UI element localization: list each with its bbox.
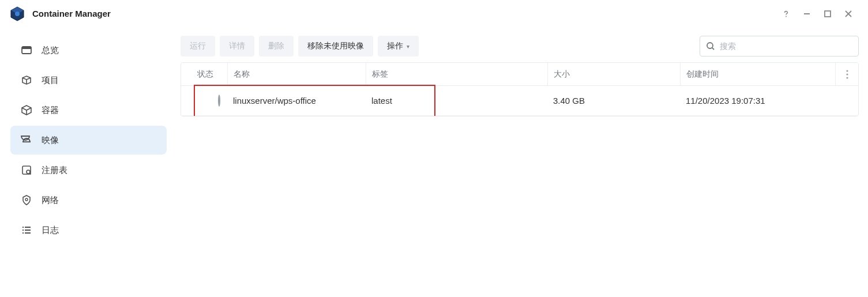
svg-rect-5 [825, 11, 831, 17]
table-row[interactable]: linuxserver/wps-office latest 3.40 GB 11… [181, 86, 858, 116]
svg-point-21 [707, 43, 713, 48]
col-header-created[interactable]: 创建时间 [680, 63, 835, 85]
remove-unused-button[interactable]: 移除未使用映像 [298, 36, 373, 57]
search-input[interactable] [720, 42, 852, 51]
app-title: Container Manager [32, 9, 111, 18]
sidebar-item-label: 网络 [42, 195, 59, 206]
kebab-icon [846, 70, 848, 79]
sidebar-item-project[interactable]: 项目 [10, 66, 167, 95]
search-icon [706, 42, 715, 51]
help-button[interactable] [776, 3, 796, 24]
sidebar-item-label: 容器 [42, 105, 59, 116]
sidebar-item-label: 日志 [42, 225, 59, 236]
sidebar-item-label: 映像 [42, 135, 59, 146]
maximize-icon [824, 10, 832, 18]
minimize-icon [803, 10, 811, 18]
svg-point-25 [846, 77, 848, 78]
cell-status [181, 96, 227, 106]
sidebar-item-overview[interactable]: 总览 [10, 36, 167, 65]
col-header-status[interactable]: 状态 [181, 63, 227, 85]
svg-point-24 [846, 73, 848, 75]
sidebar: 总览 项目 容器 映像 注册表 [0, 28, 176, 297]
sidebar-item-log[interactable]: 日志 [10, 216, 167, 245]
help-icon [781, 9, 791, 18]
minimize-button[interactable] [796, 3, 817, 24]
content: 运行 详情 删除 移除未使用映像 操作 ▾ 状态 名称 标签 大小 [176, 28, 868, 297]
log-icon [20, 223, 33, 237]
close-icon [844, 10, 852, 18]
svg-point-3 [786, 16, 787, 17]
project-icon [20, 73, 33, 87]
svg-point-23 [846, 70, 848, 72]
sidebar-item-registry[interactable]: 注册表 [10, 156, 167, 185]
svg-point-14 [25, 198, 28, 201]
search-box[interactable] [700, 36, 859, 57]
toolbar: 运行 详情 删除 移除未使用映像 操作 ▾ [181, 36, 859, 57]
col-header-size[interactable]: 大小 [547, 63, 680, 85]
network-icon [20, 193, 33, 207]
action-dropdown[interactable]: 操作 ▾ [378, 36, 419, 57]
sidebar-item-label: 注册表 [42, 165, 67, 176]
svg-line-22 [712, 48, 714, 50]
app-icon [9, 6, 25, 22]
status-stopped-icon [218, 95, 220, 107]
detail-button[interactable]: 详情 [220, 36, 254, 57]
registry-icon [20, 163, 33, 177]
maximize-button[interactable] [817, 3, 838, 24]
col-header-name[interactable]: 名称 [227, 63, 366, 85]
titlebar: Container Manager [0, 0, 868, 28]
sidebar-item-label: 项目 [42, 75, 59, 86]
col-header-tag[interactable]: 标签 [366, 63, 547, 85]
image-table: 状态 名称 标签 大小 创建时间 linuxserver/wps-office … [181, 62, 859, 116]
sidebar-item-image[interactable]: 映像 [10, 126, 167, 155]
cell-tag: latest [366, 96, 547, 106]
table-header: 状态 名称 标签 大小 创建时间 [181, 63, 858, 86]
sidebar-item-network[interactable]: 网络 [10, 186, 167, 215]
action-label: 操作 [387, 41, 403, 51]
svg-rect-9 [22, 47, 31, 49]
cell-created: 11/20/2023 19:07:31 [680, 96, 835, 106]
overview-icon [20, 43, 33, 57]
sidebar-item-container[interactable]: 容器 [10, 96, 167, 125]
run-button[interactable]: 运行 [181, 36, 215, 57]
svg-point-2 [15, 12, 20, 16]
container-icon [20, 103, 33, 117]
cell-name: linuxserver/wps-office [227, 96, 366, 106]
sidebar-item-label: 总览 [42, 45, 59, 56]
cell-size: 3.40 GB [547, 96, 680, 106]
chevron-down-icon: ▾ [407, 43, 409, 50]
delete-button[interactable]: 删除 [259, 36, 294, 57]
col-header-menu[interactable] [835, 63, 858, 85]
image-icon [20, 133, 33, 147]
close-button[interactable] [838, 3, 859, 24]
